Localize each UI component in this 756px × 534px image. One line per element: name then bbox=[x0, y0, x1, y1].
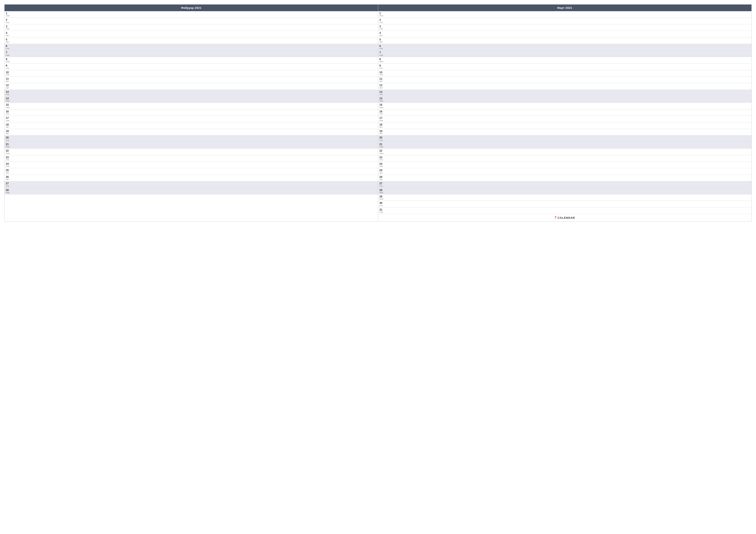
day-name: СУБ bbox=[6, 140, 11, 141]
day-info: 18 ЧЕТ bbox=[6, 123, 11, 128]
day-number: 17 bbox=[6, 116, 11, 119]
day-name: ПОН bbox=[380, 198, 384, 200]
calendars-container: Фебруар 2021 1 ПОН 2 УТО 3 СРЕ 4 ЧЕТ bbox=[4, 4, 752, 221]
day-info: 28 НЕД bbox=[6, 189, 11, 193]
day-info: 19 ПЕТ bbox=[380, 130, 384, 135]
calendar-icon: 7 bbox=[554, 216, 557, 220]
day-info: 18 ЧЕТ bbox=[380, 123, 384, 128]
day-name: ПЕТ bbox=[6, 133, 11, 135]
day-number: 6 bbox=[6, 44, 11, 48]
day-number: 18 bbox=[380, 123, 384, 126]
march-day-row: 24 СРЕ bbox=[378, 162, 752, 168]
day-info: 20 СУБ bbox=[6, 136, 11, 141]
day-number: 27 bbox=[380, 182, 384, 185]
day-name: ПОН bbox=[6, 107, 11, 109]
march-day-row: 5 ПЕТ bbox=[378, 38, 752, 44]
day-info: 12 ПЕТ bbox=[6, 84, 11, 89]
march-day-row: 15 ПОН bbox=[378, 103, 752, 109]
march-day-row: 22 ПОН bbox=[378, 149, 752, 155]
day-number: 12 bbox=[6, 84, 11, 87]
february-day-row: 15 ПОН bbox=[5, 103, 378, 109]
day-name: УТО bbox=[380, 159, 384, 161]
day-info: 8 ПОН bbox=[6, 58, 11, 63]
march-day-row: 13 СУБ bbox=[378, 90, 752, 96]
march-day-row: 8 ПОН bbox=[378, 57, 752, 64]
february-header: Фебруар 2021 bbox=[5, 5, 378, 11]
march-day-row: 23 УТО bbox=[378, 155, 752, 162]
day-number: 20 bbox=[380, 136, 384, 139]
february-day-row: 23 УТО bbox=[5, 155, 378, 162]
march-day-row: 9 УТО bbox=[378, 64, 752, 70]
february-day-row: 7 НЕД bbox=[5, 50, 378, 57]
day-name: ПЕТ bbox=[380, 87, 384, 89]
day-name: ЧЕТ bbox=[6, 126, 11, 128]
march-day-row: 1 ПОН bbox=[378, 11, 752, 18]
day-info: 21 НЕД bbox=[380, 143, 384, 148]
day-name: СРЕ bbox=[6, 120, 11, 122]
day-info: 21 НЕД bbox=[6, 143, 11, 148]
day-name: ПОН bbox=[380, 15, 384, 17]
february-day-row: 10 СРЕ bbox=[5, 70, 378, 77]
day-number: 8 bbox=[6, 58, 11, 61]
february-day-row: 28 НЕД bbox=[5, 188, 378, 194]
february-title: Фебруар 2021 bbox=[181, 6, 202, 10]
day-number: 13 bbox=[6, 90, 11, 93]
day-number: 26 bbox=[380, 175, 384, 179]
day-info: 17 СРЕ bbox=[6, 116, 11, 121]
day-name: ПЕТ bbox=[380, 179, 384, 180]
day-number: 1 bbox=[380, 12, 384, 15]
day-name: УТО bbox=[380, 67, 384, 69]
day-info: 5 ПЕТ bbox=[6, 38, 11, 43]
day-name: СРЕ bbox=[380, 212, 384, 213]
february-day-row: 9 УТО bbox=[5, 64, 378, 70]
day-name: ПЕТ bbox=[380, 133, 384, 135]
day-info: 25 ЧЕТ bbox=[6, 169, 11, 174]
day-number: 8 bbox=[380, 58, 384, 61]
day-info: 31 СРЕ bbox=[380, 208, 384, 213]
day-name: ПЕТ bbox=[6, 41, 11, 43]
march-days: 1 ПОН 2 УТО 3 СРЕ 4 ЧЕТ 5 ПЕТ bbox=[378, 11, 752, 214]
day-name: СРЕ bbox=[380, 120, 384, 122]
march-day-row: 14 НЕД bbox=[378, 96, 752, 103]
day-info: 4 ЧЕТ bbox=[6, 32, 11, 37]
day-number: 10 bbox=[380, 71, 384, 74]
february-day-row: 13 СУБ bbox=[5, 90, 378, 96]
day-info: 6 СУБ bbox=[380, 44, 384, 50]
day-name: СУБ bbox=[380, 48, 384, 50]
day-info: 17 СРЕ bbox=[380, 116, 384, 121]
day-number: 13 bbox=[380, 90, 384, 93]
day-name: СРЕ bbox=[6, 165, 11, 167]
day-info: 4 ЧЕТ bbox=[380, 32, 384, 37]
day-number: 22 bbox=[6, 149, 11, 152]
day-info: 1 ПОН bbox=[380, 12, 384, 17]
day-number: 31 bbox=[380, 208, 384, 211]
day-info: 28 НЕД bbox=[380, 189, 384, 193]
march-header: Март 2021 bbox=[378, 5, 752, 11]
day-name: СРЕ bbox=[380, 74, 384, 76]
march-day-row: 31 СРЕ bbox=[378, 208, 752, 214]
march-day-row: 17 СРЕ bbox=[378, 116, 752, 122]
march-day-row: 10 СРЕ bbox=[378, 70, 752, 77]
day-info: 9 УТО bbox=[6, 64, 11, 69]
day-info: 2 УТО bbox=[6, 18, 11, 23]
day-name: СУБ bbox=[380, 140, 384, 141]
day-info: 26 ПЕТ bbox=[380, 175, 384, 180]
day-number: 16 bbox=[380, 110, 384, 113]
february-day-row: 3 СРЕ bbox=[5, 24, 378, 31]
march-day-row: 29 ПОН bbox=[378, 194, 752, 201]
march-day-row: 4 ЧЕТ bbox=[378, 31, 752, 37]
day-number: 25 bbox=[380, 169, 384, 172]
day-info: 16 УТО bbox=[6, 110, 11, 115]
day-info: 30 УТО bbox=[380, 202, 384, 207]
day-number: 3 bbox=[380, 25, 384, 28]
day-number: 9 bbox=[380, 64, 384, 67]
day-name: ПОН bbox=[6, 153, 11, 154]
february-day-row: 1 ПОН bbox=[5, 11, 378, 18]
day-info: 26 ПЕТ bbox=[6, 175, 11, 180]
february-day-row: 18 ЧЕТ bbox=[5, 122, 378, 129]
march-day-row: 2 УТО bbox=[378, 18, 752, 24]
day-info: 1 ПОН bbox=[6, 12, 11, 17]
day-name: СУБ bbox=[6, 48, 11, 50]
february-day-row: 6 СУБ bbox=[5, 44, 378, 50]
day-info: 19 ПЕТ bbox=[6, 130, 11, 135]
